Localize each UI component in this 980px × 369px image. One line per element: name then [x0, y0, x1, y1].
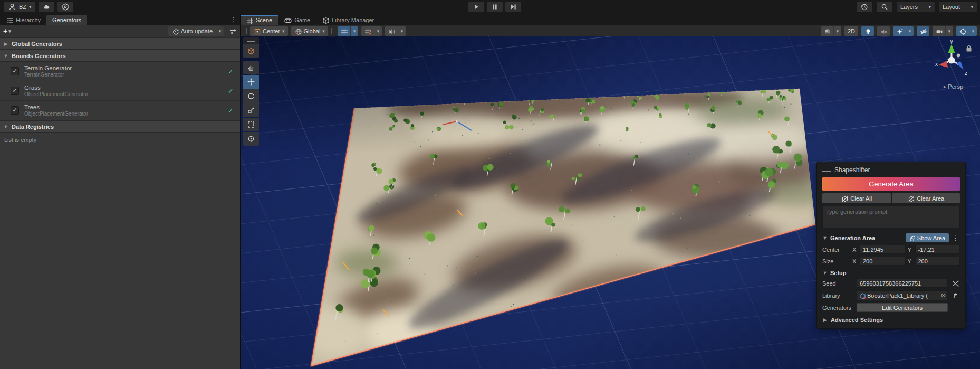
search-button[interactable] — [877, 2, 892, 12]
tab-hierarchy[interactable]: Hierarchy — [0, 15, 46, 25]
shuffle-icon — [952, 279, 959, 287]
edit-generators-button[interactable]: Edit Generators — [857, 303, 948, 312]
advanced-settings-header[interactable]: ▶ Advanced Settings — [822, 317, 960, 323]
tab-library-manager[interactable]: Library Manager — [316, 15, 380, 25]
randomize-seed-button[interactable] — [950, 279, 960, 287]
sliders-icon — [229, 27, 237, 35]
seed-input[interactable] — [857, 279, 948, 288]
grid-visibility-dropdown[interactable]: ▾ — [350, 26, 358, 36]
open-library-button[interactable]: ↱ — [950, 292, 960, 299]
section-global-generators[interactable]: ▶ Global Generators — [0, 37, 240, 50]
scene-viewport[interactable]: y x z < Persp Shapeshifter Generate Area… — [241, 36, 980, 369]
z-axis-cone[interactable] — [956, 61, 964, 70]
scene-visibility-toggle[interactable] — [917, 26, 929, 36]
generator-row-trees[interactable]: ✓ Trees ObjectPlacementGenerator ✓ — [0, 101, 240, 120]
library-object-field[interactable]: BoosterPack1_Library ( ⊙ — [857, 290, 948, 300]
enabled-checkbox[interactable]: ✓ — [11, 106, 19, 115]
chevron-down-icon: ▾ — [219, 29, 222, 34]
orientation-dropdown[interactable]: Global ▾ — [291, 26, 328, 36]
clear-area-button[interactable]: Clear Area — [892, 193, 960, 203]
section-label: Data Registries — [12, 124, 54, 130]
gizmos-toggle[interactable] — [956, 26, 969, 36]
lighting-toggle[interactable] — [861, 26, 874, 36]
generation-area-section-header[interactable]: ▼ Generation Area Show Area ⋮ — [822, 233, 960, 242]
toolstrip-handle[interactable] — [243, 37, 259, 44]
version-control-button[interactable] — [57, 2, 73, 12]
grid-snapping-toggle[interactable] — [361, 26, 374, 36]
play-button[interactable] — [468, 2, 484, 12]
section-label: Setup — [830, 270, 960, 276]
grid-snapping-dropdown[interactable]: ▾ — [374, 26, 382, 36]
camera-settings-dropdown[interactable]: ▾ — [945, 26, 953, 36]
generation-prompt-input[interactable] — [822, 206, 960, 228]
section-bounds-generators[interactable]: ▼ Bounds Generators — [0, 50, 240, 62]
shapeshifter-header[interactable]: Shapeshifter — [822, 165, 960, 175]
account-button[interactable]: BZ ▾ — [4, 2, 35, 12]
snap-increment-dropdown[interactable]: ▾ — [398, 26, 406, 36]
y-axis-cone[interactable] — [948, 44, 955, 53]
panel-title: Shapeshifter — [834, 166, 870, 174]
move-tool[interactable] — [243, 75, 259, 89]
rect-tool[interactable] — [243, 118, 259, 131]
lock-icon[interactable] — [967, 46, 972, 52]
scale-tool[interactable] — [243, 103, 259, 117]
layers-dropdown[interactable]: Layers ▾ — [897, 2, 935, 12]
audio-toggle[interactable] — [877, 26, 890, 36]
gizmos-dropdown[interactable]: ▾ — [969, 26, 977, 36]
center-y-input[interactable] — [915, 245, 960, 254]
generate-area-button[interactable]: Generate Area — [822, 177, 960, 191]
tab-scene[interactable]: Scene — [241, 15, 278, 25]
drag-handle-icon[interactable] — [822, 169, 831, 172]
x-axis-cone[interactable] — [939, 61, 948, 68]
snap-increment-toggle[interactable] — [385, 26, 398, 36]
pivot-icon — [253, 27, 261, 35]
projection-label[interactable]: < Persp — [943, 83, 963, 90]
ruler-icon — [388, 27, 395, 35]
camera-settings-button[interactable] — [933, 26, 945, 36]
enabled-checkbox[interactable]: ✓ — [11, 67, 19, 75]
clear-all-button[interactable]: Clear All — [822, 193, 891, 203]
grid-visibility-toggle[interactable] — [338, 26, 350, 36]
size-y-input[interactable] — [915, 257, 960, 266]
section-data-registries[interactable]: ▼ Data Registries — [0, 120, 240, 133]
chevron-down-icon: ▾ — [837, 29, 839, 34]
center-x-input[interactable] — [860, 245, 905, 254]
pan-tool[interactable] — [243, 61, 259, 74]
y-axis-label: y — [950, 40, 953, 44]
toolbar-grip[interactable] — [244, 28, 247, 34]
size-x-input[interactable] — [860, 257, 905, 266]
rotate-tool[interactable] — [243, 89, 259, 103]
effects-dropdown[interactable]: ▾ — [906, 26, 914, 36]
setup-section-header[interactable]: ▼ Setup — [822, 270, 960, 276]
cloud-services-button[interactable] — [39, 2, 54, 12]
enabled-checkbox[interactable]: ✓ — [11, 87, 19, 95]
step-button[interactable] — [505, 2, 521, 12]
panel-menu-icon[interactable]: ⋮ — [230, 16, 237, 23]
tab-generators[interactable]: Generators — [46, 15, 87, 25]
transform-tool[interactable] — [243, 132, 259, 146]
layout-dropdown[interactable]: Layout ▾ — [939, 2, 977, 12]
auto-update-dropdown[interactable]: ▾ — [216, 26, 224, 36]
toolbar-grip[interactable] — [331, 28, 334, 34]
pause-button[interactable] — [487, 2, 503, 12]
2d-toggle[interactable]: 2D — [844, 26, 858, 36]
view-options-tool[interactable] — [243, 44, 259, 58]
generator-row-grass[interactable]: ✓ Grass ObjectPlacementGenerator ✓ — [0, 81, 240, 101]
section-menu-icon[interactable]: ⋮ — [952, 234, 960, 242]
axis-gizmo[interactable]: y x z < Persp — [932, 40, 976, 93]
generator-settings-button[interactable] — [229, 27, 237, 35]
2d-label: 2D — [848, 28, 855, 34]
tab-label: Scene — [256, 17, 272, 23]
effects-toggle[interactable] — [893, 26, 906, 36]
generator-row-terrain[interactable]: ✓ Terrain Generator TerrainGenerator ✓ — [0, 62, 240, 81]
object-picker-icon[interactable]: ⊙ — [941, 292, 946, 299]
generators-list: ▶ Global Generators ▼ Bounds Generators … — [0, 37, 240, 147]
draw-mode-button[interactable] — [821, 26, 833, 36]
undo-history-button[interactable] — [857, 2, 872, 12]
auto-update-button[interactable]: Auto-update — [168, 26, 216, 36]
show-area-button[interactable]: Show Area — [906, 233, 949, 242]
add-generator-button[interactable]: + ▾ — [3, 27, 11, 35]
tab-game[interactable]: Game — [278, 15, 316, 25]
draw-mode-dropdown[interactable]: ▾ — [833, 26, 841, 36]
pivot-mode-dropdown[interactable]: Center ▾ — [250, 26, 288, 36]
